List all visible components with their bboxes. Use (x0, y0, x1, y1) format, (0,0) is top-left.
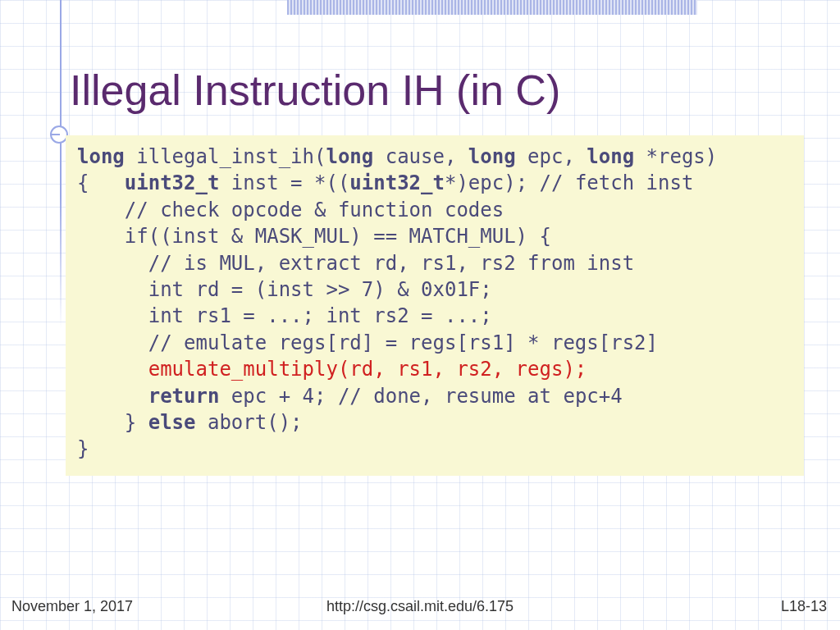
code-kw: long (77, 145, 125, 168)
code-kw: return (148, 385, 220, 408)
code-text: { (77, 171, 125, 194)
footer-date: November 1, 2017 (11, 598, 133, 615)
code-text: inst = *(( (219, 171, 349, 194)
top-decorative-band (287, 0, 697, 15)
code-text: illegal_inst_ih( (125, 145, 326, 168)
code-highlight: emulate_multiply(rd, rs1, rs2, regs); (77, 358, 587, 381)
code-kw: long (587, 145, 634, 168)
footer-page-number: L18-13 (781, 598, 827, 615)
vertical-rule (60, 0, 62, 328)
code-text: *regs) (634, 145, 717, 168)
code-text: *)epc); // fetch inst (445, 171, 693, 194)
code-text: // check opcode & function codes (77, 199, 504, 221)
code-text: cause, (373, 145, 468, 168)
code-text: if((inst & MASK_MUL) == MATCH_MUL) { (77, 225, 551, 248)
code-kw: uint32_t (125, 171, 220, 194)
code-text: // is MUL, extract rd, rs1, rs2 from ins… (77, 252, 634, 275)
code-kw: long (468, 145, 516, 168)
code-text: } (77, 411, 148, 434)
code-text: } (77, 437, 89, 460)
slide-title: Illegal Instruction IH (in C) (70, 66, 560, 115)
code-kw: else (148, 411, 196, 434)
code-text: epc, (516, 145, 587, 168)
code-text: epc + 4; // done, resume at epc+4 (219, 385, 622, 408)
code-kw: uint32_t (349, 171, 445, 194)
code-text: int rs1 = ...; int rs2 = ...; (77, 304, 492, 327)
footer-url: http://csg.csail.mit.edu/6.175 (326, 598, 514, 615)
code-kw: long (326, 145, 373, 168)
code-text (77, 385, 148, 408)
code-text: // emulate regs[rd] = regs[rs1] * regs[r… (77, 331, 658, 354)
code-text: abort(); (196, 411, 303, 434)
code-block: long illegal_inst_ih(long cause, long ep… (66, 135, 804, 476)
code-text: int rd = (inst >> 7) & 0x01F; (77, 278, 492, 301)
